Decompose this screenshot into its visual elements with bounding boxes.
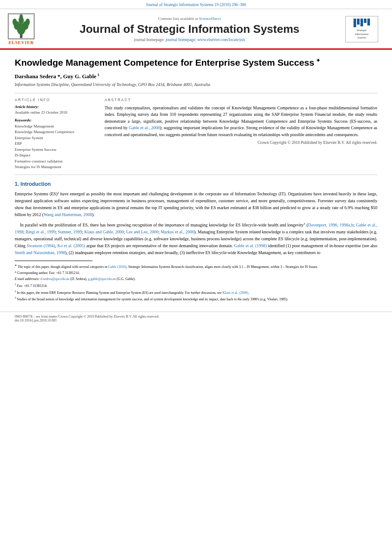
journal-title: Journal of Strategic Information Systems	[39, 22, 340, 36]
footnote-3: 3 Studies of the broad notion of knowled…	[15, 296, 377, 302]
footnote-email-gable[interactable]: g.gable@qut.edu.au	[88, 277, 116, 281]
keywords-list: Knowledge Management Knowledge Managemen…	[15, 124, 97, 170]
ref-lee-lee[interactable]: Lee and Lee, 2000	[126, 229, 158, 234]
keyword-1: Knowledge Management	[15, 124, 97, 130]
ref-gable-1998b[interactable]: Gable et al. (1998)	[234, 243, 267, 248]
svg-point-4	[13, 19, 17, 25]
bottom-bar: 0963-8687/$ – see front matter Crown Cop…	[0, 312, 392, 325]
issn-text: 0963-8687/$ – see front matter Crown Cop…	[15, 315, 377, 318]
contents-available-text: Contents lists available at ScienceDirec…	[39, 16, 340, 21]
jsis-bar-1	[354, 19, 356, 27]
page: Journal of Strategic Information Systems…	[0, 0, 392, 535]
history-label: Article history:	[15, 105, 97, 109]
author-superscript: 1	[96, 73, 99, 77]
ref-bingi[interactable]: Bingi et al., 1999	[25, 229, 55, 234]
ref-davenport[interactable]: Davenport, 1996, 1998a,b	[308, 223, 353, 227]
jsis-logo-text: StrategicInformationSystems	[355, 29, 368, 39]
ref-sumner[interactable]: Sumner, 1999	[58, 229, 82, 234]
footnote-ref-klaus[interactable]: Klaus et al. (2000)	[223, 290, 249, 294]
jsis-logo-bars	[354, 19, 370, 27]
journal-title-area: Contents lists available at ScienceDirec…	[35, 16, 344, 41]
journal-citation-bar: Journal of Strategic Information Systems…	[0, 0, 392, 9]
svg-point-5	[25, 19, 30, 25]
footnote-2: 2 In this paper, the terms ERP, Enterpri…	[15, 290, 377, 296]
keywords-label: Keywords:	[15, 118, 97, 122]
article-info-label: ARTICLE INFO	[15, 98, 97, 102]
jsis-bar-2	[357, 19, 360, 25]
footnote-star: ✦ The topic of this paper, though aligne…	[15, 264, 377, 270]
svg-point-7	[19, 14, 23, 19]
abstract-column: ABSTRACT This study conceptualizes, oper…	[105, 98, 377, 170]
ref-swanson[interactable]: Swanson (1994)	[27, 243, 55, 248]
footnote-ref-gable2010[interactable]: Gable (2010)	[108, 265, 126, 269]
footnote-email: E-mail addresses: d.sedera@qut.edu.au (D…	[15, 277, 377, 282]
elsevier-text: ELSEVIER	[9, 40, 34, 45]
jsis-logo-area: StrategicInformationSystems	[344, 16, 379, 42]
footnote-1: 1 Fax: +61 7 31381214.	[15, 283, 377, 289]
abstract-body: This study conceptualizes, operationalis…	[105, 105, 377, 138]
affiliation-text: Information Systems Discipline, Queensla…	[15, 82, 377, 87]
footnote-corresponding: * Corresponding author. Fax: +61 7 31381…	[15, 271, 377, 276]
intro-para2: In parallel with the proliferation of ES…	[15, 222, 377, 256]
jsis-mini-logo: StrategicInformationSystems	[345, 16, 378, 42]
jsis-bar-4	[364, 19, 367, 23]
ref-smith-narasimhan[interactable]: Smith and Narasimhan, 1998	[15, 250, 65, 255]
journal-header: ELSEVIER Contents lists available at Sci…	[0, 9, 392, 50]
jsis-bar-5	[367, 19, 370, 25]
ref-klaus-gable[interactable]: Klaus and Gable, 2000	[84, 229, 124, 234]
footnote-email-sedera[interactable]: d.sedera@qut.edu.au	[41, 277, 70, 281]
intro-para1: Enterprise Systems (ES)2 have emerged as…	[15, 191, 377, 218]
sciencedirect-link[interactable]: ScienceDirect	[199, 16, 221, 21]
paper-title: Knowledge Management Competence for Ente…	[15, 57, 377, 68]
keyword-8: Strategies for IS Management	[15, 164, 97, 170]
journal-homepage-url: journal homepage: journal homepage: www.…	[39, 38, 340, 42]
keyword-6: IS-Impact	[15, 153, 97, 159]
keyword-3: Enterprise System	[15, 135, 97, 141]
keyword-5: Enterprise System Success	[15, 147, 97, 153]
elsevier-logo-area: ELSEVIER	[8, 13, 35, 45]
intro-heading: 1. Introduction	[15, 181, 377, 187]
history-value: Available online 25 October 2010	[15, 110, 97, 115]
abstract-label: ABSTRACT	[105, 98, 377, 102]
jsis-bar-3	[360, 19, 363, 26]
keyword-7: Formative construct validation	[15, 159, 97, 165]
main-content: Knowledge Management Competence for Ente…	[0, 50, 392, 307]
ref-ko[interactable]: Ko et al. (2005)	[57, 243, 85, 248]
journal-citation-text: Journal of Strategic Information Systems…	[146, 3, 246, 7]
abstract-ref-gable[interactable]: Gable et al., 2008	[129, 125, 160, 130]
copyright-text: Crown Copyright © 2010 Published by Else…	[105, 140, 377, 145]
title-star: ✦	[314, 57, 320, 64]
keyword-2: Knowledge Management Competence	[15, 129, 97, 135]
authors-line: Darshana Sedera *, Guy G. Gable 1	[15, 73, 377, 80]
doi-text: doi:10.1016/j.jsis.2010.10.001	[15, 318, 377, 322]
ref-wang-hamerman[interactable]: Wang and Hamerman, 2008	[44, 212, 92, 217]
footnotes-divider	[15, 261, 92, 261]
article-info-column: ARTICLE INFO Article history: Available …	[15, 98, 97, 170]
keyword-4: ERP	[15, 141, 97, 147]
elsevier-tree-icon	[8, 13, 35, 39]
article-info-abstract-section: ARTICLE INFO Article history: Available …	[15, 93, 377, 175]
ref-markus[interactable]: Markus et al., 2000	[161, 229, 194, 234]
